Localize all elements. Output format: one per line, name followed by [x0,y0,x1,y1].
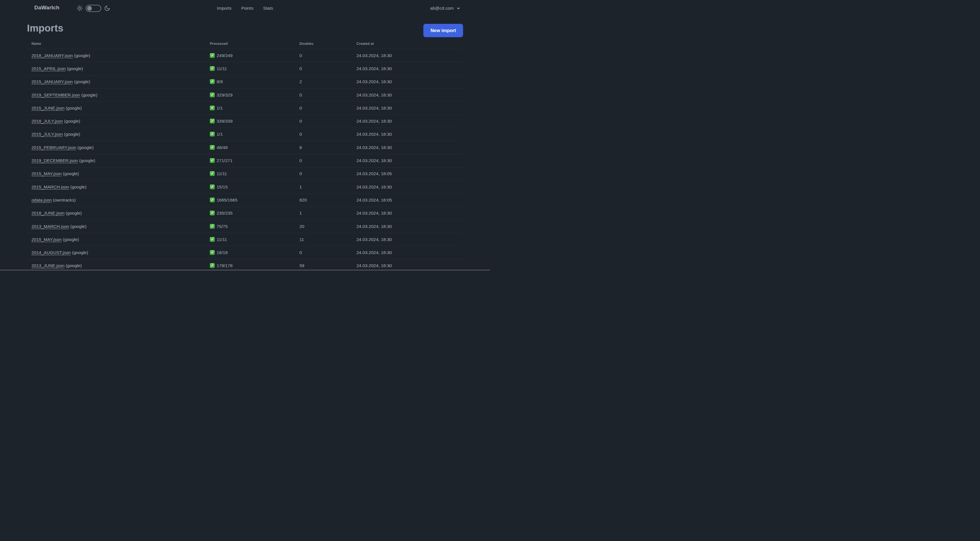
table-row: 2014_AUGUST.json (google)18/18024.03.202… [27,246,463,259]
import-file-link[interactable]: 2019_DECEMBER.json [32,158,78,163]
nav-link-points[interactable]: Points [241,6,253,11]
window-bottom-edge [0,270,490,270]
import-file-link[interactable]: 2018_JULY.json [32,119,63,123]
doubles-cell: 0 [295,128,352,141]
processed-cell: 249/249 [205,49,295,62]
import-file-link[interactable]: 2015_APRIL.json [32,66,66,71]
check-icon [210,105,215,110]
created-at-cell: 24.03.2024, 18:30 [352,75,463,88]
import-file-link[interactable]: 2018_JANUARY.json [32,53,73,58]
processed-count: 1/1 [216,132,223,137]
import-name-cell: 2013_JUNE.json (google) [27,259,205,270]
doubles-cell: 20 [295,220,352,233]
import-file-link[interactable]: 2015_JANUARY.json [32,79,73,84]
doubles-cell: 0 [295,167,352,180]
processed-count: 11/11 [216,171,227,176]
table-row: 2015_MAY.json (google)11/111124.03.2024,… [27,233,463,246]
import-source: (google) [73,53,90,58]
check-icon [210,53,215,58]
processed-cell: 178/178 [205,259,295,270]
created-at-cell: 24.03.2024, 18:30 [352,207,463,220]
processed-count: 18/18 [216,250,228,255]
check-icon [210,79,215,84]
import-file-link[interactable]: 2014_AUGUST.json [32,250,71,255]
import-file-link[interactable]: odata.json [32,198,52,203]
doubles-cell: 0 [295,62,352,75]
chevron-down-icon [456,6,460,11]
created-at-cell: 24.03.2024, 18:30 [352,154,463,167]
check-icon [210,119,215,123]
import-source: (google) [64,263,82,268]
check-icon [210,185,215,189]
new-import-button[interactable]: New import [423,24,463,37]
check-icon [210,132,215,137]
account-menu[interactable]: ab@cd.com [430,0,460,16]
imports-table: Name Processed Doubles Created at 2018_J… [27,38,463,270]
import-file-link[interactable]: 2015_MAY.json [32,237,62,242]
import-file-link[interactable]: 2015_MARCH.json [32,185,69,189]
check-icon [210,250,215,255]
import-file-link[interactable]: 2018_JUNE.json [32,211,64,215]
import-source: (google) [80,93,97,97]
import-name-cell: 2015_MARCH.json (google) [27,180,205,193]
import-source: (google) [63,132,80,137]
table-row: 2015_JUNE.json (google)1/1024.03.2024, 1… [27,102,463,115]
processed-cell: 75/75 [205,220,295,233]
table-row: 2013_MARCH.json (google)75/752024.03.202… [27,220,463,233]
created-at-cell: 24.03.2024, 18:30 [352,220,463,233]
table-row: 2018_JULY.json (google)339/339024.03.202… [27,115,463,128]
import-file-link[interactable]: 2015_MAY.json [32,171,62,176]
import-file-link[interactable]: 2019_SEPTEMBER.json [32,93,80,97]
table-row: 2015_FEBRUARY.json (google)48/48824.03.2… [27,141,463,154]
import-source: (google) [66,66,83,71]
created-at-cell: 24.03.2024, 18:30 [352,141,463,154]
doubles-cell: 0 [295,154,352,167]
import-source: (google) [71,250,88,255]
doubles-cell: 0 [295,88,352,101]
nav-link-imports[interactable]: Imports [217,6,232,11]
import-source: (owntracks) [52,198,76,203]
processed-count: 271/271 [216,158,232,163]
created-at-cell: 24.03.2024, 18:30 [352,128,463,141]
processed-count: 178/178 [216,263,232,268]
import-name-cell: 2018_JUNE.json (google) [27,207,205,220]
page-head: Imports New import [27,16,463,38]
import-name-cell: 2015_MAY.json (google) [27,233,205,246]
doubles-cell: 0 [295,102,352,115]
check-icon [210,158,215,163]
processed-cell: 1/1 [205,102,295,115]
processed-count: 75/75 [216,224,228,229]
check-icon [210,93,215,97]
import-file-link[interactable]: 2013_MARCH.json [32,224,69,229]
table-row: 2013_JUNE.json (google)178/1785924.03.20… [27,259,463,270]
processed-cell: 339/339 [205,115,295,128]
import-name-cell: 2015_MAY.json (google) [27,167,205,180]
import-source: (google) [78,158,95,163]
import-file-link[interactable]: 2015_JULY.json [32,132,63,137]
processed-count: 249/249 [216,53,232,58]
processed-count: 15/15 [216,185,228,189]
import-source: (google) [63,119,80,123]
table-row: 2015_MARCH.json (google)15/15124.03.2024… [27,180,463,193]
processed-count: 48/48 [216,145,228,150]
processed-count: 339/339 [216,119,232,123]
nav-link-stats[interactable]: Stats [263,6,273,11]
import-name-cell: 2018_JANUARY.json (google) [27,49,205,62]
processed-count: 235/235 [216,211,232,215]
column-header-name: Name [27,38,205,49]
column-header-processed: Processed [205,38,295,49]
table-row: 2015_MAY.json (google)11/11024.03.2024, … [27,167,463,180]
table-row: odata.json (owntracks)1665/166582024.03.… [27,193,463,207]
import-file-link[interactable]: 2013_JUNE.json [32,263,64,268]
account-email: ab@cd.com [430,6,454,11]
created-at-cell: 24.03.2024, 18:30 [352,88,463,101]
processed-count: 329/329 [216,93,232,97]
processed-count: 11/11 [216,237,227,242]
import-name-cell: odata.json (owntracks) [27,193,205,207]
table-row: 2015_JANUARY.json (google)8/8224.03.2024… [27,75,463,88]
import-file-link[interactable]: 2015_FEBRUARY.json [32,145,76,150]
import-file-link[interactable]: 2015_JUNE.json [32,105,64,110]
import-source: (google) [69,224,86,229]
import-source: (google) [62,237,79,242]
import-source: (google) [64,105,82,110]
